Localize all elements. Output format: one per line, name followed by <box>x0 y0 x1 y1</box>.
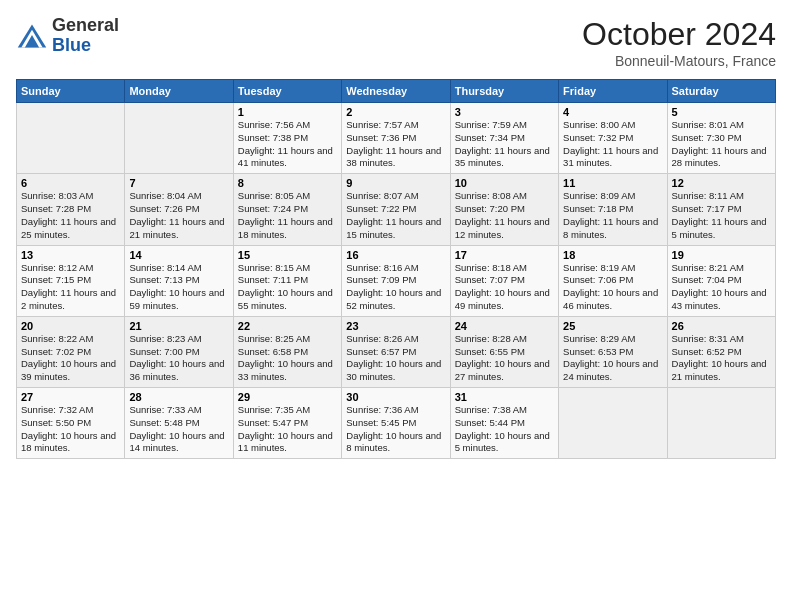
calendar-cell <box>17 103 125 174</box>
calendar-cell: 27Sunrise: 7:32 AM Sunset: 5:50 PM Dayli… <box>17 388 125 459</box>
day-info: Sunrise: 8:14 AM Sunset: 7:13 PM Dayligh… <box>129 262 228 313</box>
calendar-cell: 23Sunrise: 8:26 AM Sunset: 6:57 PM Dayli… <box>342 316 450 387</box>
calendar-cell: 17Sunrise: 8:18 AM Sunset: 7:07 PM Dayli… <box>450 245 558 316</box>
week-row-3: 13Sunrise: 8:12 AM Sunset: 7:15 PM Dayli… <box>17 245 776 316</box>
calendar-cell: 5Sunrise: 8:01 AM Sunset: 7:30 PM Daylig… <box>667 103 775 174</box>
calendar-cell: 29Sunrise: 7:35 AM Sunset: 5:47 PM Dayli… <box>233 388 341 459</box>
logo-blue: Blue <box>52 36 119 56</box>
day-number: 20 <box>21 320 120 332</box>
day-info: Sunrise: 8:31 AM Sunset: 6:52 PM Dayligh… <box>672 333 771 384</box>
calendar-cell: 18Sunrise: 8:19 AM Sunset: 7:06 PM Dayli… <box>559 245 667 316</box>
day-info: Sunrise: 8:00 AM Sunset: 7:32 PM Dayligh… <box>563 119 662 170</box>
day-number: 17 <box>455 249 554 261</box>
day-info: Sunrise: 7:32 AM Sunset: 5:50 PM Dayligh… <box>21 404 120 455</box>
week-row-4: 20Sunrise: 8:22 AM Sunset: 7:02 PM Dayli… <box>17 316 776 387</box>
day-info: Sunrise: 8:19 AM Sunset: 7:06 PM Dayligh… <box>563 262 662 313</box>
day-info: Sunrise: 8:07 AM Sunset: 7:22 PM Dayligh… <box>346 190 445 241</box>
day-number: 27 <box>21 391 120 403</box>
day-number: 24 <box>455 320 554 332</box>
day-info: Sunrise: 8:03 AM Sunset: 7:28 PM Dayligh… <box>21 190 120 241</box>
day-number: 22 <box>238 320 337 332</box>
logo: General Blue <box>16 16 119 56</box>
day-info: Sunrise: 7:57 AM Sunset: 7:36 PM Dayligh… <box>346 119 445 170</box>
title-block: October 2024 Bonneuil-Matours, France <box>582 16 776 69</box>
calendar-cell: 10Sunrise: 8:08 AM Sunset: 7:20 PM Dayli… <box>450 174 558 245</box>
day-number: 11 <box>563 177 662 189</box>
day-info: Sunrise: 8:26 AM Sunset: 6:57 PM Dayligh… <box>346 333 445 384</box>
day-number: 18 <box>563 249 662 261</box>
day-info: Sunrise: 8:15 AM Sunset: 7:11 PM Dayligh… <box>238 262 337 313</box>
day-info: Sunrise: 8:18 AM Sunset: 7:07 PM Dayligh… <box>455 262 554 313</box>
day-number: 14 <box>129 249 228 261</box>
calendar-cell: 11Sunrise: 8:09 AM Sunset: 7:18 PM Dayli… <box>559 174 667 245</box>
calendar-cell: 6Sunrise: 8:03 AM Sunset: 7:28 PM Daylig… <box>17 174 125 245</box>
day-number: 19 <box>672 249 771 261</box>
calendar: SundayMondayTuesdayWednesdayThursdayFrid… <box>16 79 776 459</box>
day-number: 10 <box>455 177 554 189</box>
calendar-cell: 3Sunrise: 7:59 AM Sunset: 7:34 PM Daylig… <box>450 103 558 174</box>
weekday-friday: Friday <box>559 80 667 103</box>
weekday-monday: Monday <box>125 80 233 103</box>
calendar-header: SundayMondayTuesdayWednesdayThursdayFrid… <box>17 80 776 103</box>
calendar-cell: 9Sunrise: 8:07 AM Sunset: 7:22 PM Daylig… <box>342 174 450 245</box>
logo-text: General Blue <box>52 16 119 56</box>
day-number: 16 <box>346 249 445 261</box>
calendar-cell: 20Sunrise: 8:22 AM Sunset: 7:02 PM Dayli… <box>17 316 125 387</box>
day-info: Sunrise: 8:28 AM Sunset: 6:55 PM Dayligh… <box>455 333 554 384</box>
calendar-cell: 12Sunrise: 8:11 AM Sunset: 7:17 PM Dayli… <box>667 174 775 245</box>
day-number: 1 <box>238 106 337 118</box>
day-number: 3 <box>455 106 554 118</box>
weekday-sunday: Sunday <box>17 80 125 103</box>
calendar-cell: 31Sunrise: 7:38 AM Sunset: 5:44 PM Dayli… <box>450 388 558 459</box>
calendar-cell: 4Sunrise: 8:00 AM Sunset: 7:32 PM Daylig… <box>559 103 667 174</box>
day-info: Sunrise: 8:12 AM Sunset: 7:15 PM Dayligh… <box>21 262 120 313</box>
weekday-thursday: Thursday <box>450 80 558 103</box>
day-number: 5 <box>672 106 771 118</box>
day-info: Sunrise: 7:35 AM Sunset: 5:47 PM Dayligh… <box>238 404 337 455</box>
day-info: Sunrise: 7:38 AM Sunset: 5:44 PM Dayligh… <box>455 404 554 455</box>
weekday-saturday: Saturday <box>667 80 775 103</box>
day-number: 23 <box>346 320 445 332</box>
day-info: Sunrise: 8:08 AM Sunset: 7:20 PM Dayligh… <box>455 190 554 241</box>
day-info: Sunrise: 8:04 AM Sunset: 7:26 PM Dayligh… <box>129 190 228 241</box>
day-number: 13 <box>21 249 120 261</box>
calendar-cell: 14Sunrise: 8:14 AM Sunset: 7:13 PM Dayli… <box>125 245 233 316</box>
day-number: 2 <box>346 106 445 118</box>
day-number: 26 <box>672 320 771 332</box>
logo-icon <box>16 22 48 50</box>
page-header: General Blue October 2024 Bonneuil-Matou… <box>16 16 776 69</box>
day-number: 15 <box>238 249 337 261</box>
week-row-5: 27Sunrise: 7:32 AM Sunset: 5:50 PM Dayli… <box>17 388 776 459</box>
day-number: 8 <box>238 177 337 189</box>
month-title: October 2024 <box>582 16 776 53</box>
day-info: Sunrise: 7:33 AM Sunset: 5:48 PM Dayligh… <box>129 404 228 455</box>
day-info: Sunrise: 8:29 AM Sunset: 6:53 PM Dayligh… <box>563 333 662 384</box>
week-row-2: 6Sunrise: 8:03 AM Sunset: 7:28 PM Daylig… <box>17 174 776 245</box>
day-info: Sunrise: 7:56 AM Sunset: 7:38 PM Dayligh… <box>238 119 337 170</box>
logo-general: General <box>52 16 119 36</box>
day-info: Sunrise: 8:05 AM Sunset: 7:24 PM Dayligh… <box>238 190 337 241</box>
day-number: 7 <box>129 177 228 189</box>
day-number: 30 <box>346 391 445 403</box>
calendar-body: 1Sunrise: 7:56 AM Sunset: 7:38 PM Daylig… <box>17 103 776 459</box>
calendar-cell: 21Sunrise: 8:23 AM Sunset: 7:00 PM Dayli… <box>125 316 233 387</box>
day-number: 6 <box>21 177 120 189</box>
weekday-wednesday: Wednesday <box>342 80 450 103</box>
day-info: Sunrise: 8:01 AM Sunset: 7:30 PM Dayligh… <box>672 119 771 170</box>
calendar-cell: 22Sunrise: 8:25 AM Sunset: 6:58 PM Dayli… <box>233 316 341 387</box>
day-number: 29 <box>238 391 337 403</box>
calendar-cell: 28Sunrise: 7:33 AM Sunset: 5:48 PM Dayli… <box>125 388 233 459</box>
day-info: Sunrise: 7:59 AM Sunset: 7:34 PM Dayligh… <box>455 119 554 170</box>
location: Bonneuil-Matours, France <box>582 53 776 69</box>
calendar-cell: 19Sunrise: 8:21 AM Sunset: 7:04 PM Dayli… <box>667 245 775 316</box>
calendar-cell <box>667 388 775 459</box>
week-row-1: 1Sunrise: 7:56 AM Sunset: 7:38 PM Daylig… <box>17 103 776 174</box>
calendar-cell: 25Sunrise: 8:29 AM Sunset: 6:53 PM Dayli… <box>559 316 667 387</box>
day-info: Sunrise: 8:09 AM Sunset: 7:18 PM Dayligh… <box>563 190 662 241</box>
day-info: Sunrise: 8:23 AM Sunset: 7:00 PM Dayligh… <box>129 333 228 384</box>
calendar-cell: 24Sunrise: 8:28 AM Sunset: 6:55 PM Dayli… <box>450 316 558 387</box>
calendar-cell <box>125 103 233 174</box>
day-number: 25 <box>563 320 662 332</box>
calendar-cell: 8Sunrise: 8:05 AM Sunset: 7:24 PM Daylig… <box>233 174 341 245</box>
day-info: Sunrise: 7:36 AM Sunset: 5:45 PM Dayligh… <box>346 404 445 455</box>
